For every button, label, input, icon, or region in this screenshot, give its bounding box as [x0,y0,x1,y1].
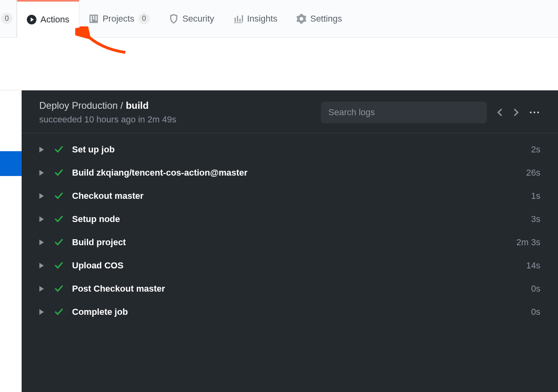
step-name: Set up job [72,144,531,155]
header-spacer [0,38,558,90]
step-row[interactable]: Build project 2m 3s [22,231,558,254]
check-icon [54,192,65,200]
step-duration: 2s [531,144,540,155]
project-icon [89,14,98,24]
step-name: Build project [72,237,516,248]
step-duration: 26s [526,168,540,178]
step-row[interactable]: Checkout master 1s [22,184,558,208]
play-icon [27,15,36,24]
title-job: build [126,100,149,111]
tab-label: Insights [247,14,277,24]
step-name: Complete job [72,307,531,317]
step-row[interactable]: Setup node 3s [22,208,558,231]
chevron-right-icon [39,170,47,176]
prev-match-button[interactable] [496,108,504,116]
sidebar-active-indicator [0,151,22,176]
shield-icon [169,14,179,24]
tab-settings[interactable]: Settings [287,0,352,38]
workflow-status-line: succeeded 10 hours ago in 2m 49s [39,114,176,125]
step-row[interactable]: Set up job 2s [22,138,558,161]
tab-insights[interactable]: Insights [224,0,287,38]
step-duration: 14s [526,260,540,271]
chevron-right-icon [39,286,47,292]
check-icon [54,261,65,270]
search-input[interactable] [321,102,487,123]
log-controls: ··· [321,102,540,123]
chevron-right-icon [39,263,47,268]
chevron-right-icon [39,216,47,222]
step-name: Checkout master [72,191,531,201]
badge-partial: 0 [1,13,12,24]
sidebar-strip [0,90,22,392]
tab-projects[interactable]: Projects 0 [79,0,159,38]
main-content: Deploy Production / build succeeded 10 h… [0,90,558,392]
step-duration: 2m 3s [516,237,540,248]
step-name: Post Checkout master [72,284,531,294]
check-icon [54,284,65,293]
log-title-block: Deploy Production / build succeeded 10 h… [39,100,176,125]
tab-label: Security [183,14,214,24]
step-row[interactable]: Complete job 0s [22,300,558,324]
tab-actions[interactable]: Actions [17,0,79,38]
check-icon [54,238,65,247]
tab-label: Projects [102,14,134,24]
log-menu-button[interactable]: ··· [529,106,540,119]
repo-tabs: 0 Actions Projects 0 Security Insights S… [0,0,558,38]
tab-security[interactable]: Security [159,0,224,38]
check-icon [54,308,65,316]
step-duration: 3s [531,214,540,224]
step-duration: 1s [531,191,540,201]
step-row[interactable]: Post Checkout master 0s [22,277,558,300]
next-match-button[interactable] [512,108,520,116]
tab-label: Actions [40,14,69,25]
workflow-title: Deploy Production / build [39,100,176,111]
log-header: Deploy Production / build succeeded 10 h… [22,90,558,133]
title-prefix: Deploy Production / [39,100,126,111]
chevron-right-icon [39,147,47,152]
tab-partial-left: 0 [0,0,17,38]
step-row[interactable]: Build zkqiang/tencent-cos-action@master … [22,161,558,184]
graph-icon [233,14,243,24]
step-row[interactable]: Upload COS 14s [22,254,558,277]
projects-count-badge: 0 [138,13,150,24]
log-panel: Deploy Production / build succeeded 10 h… [22,90,558,392]
chevron-right-icon [39,309,47,315]
gear-icon [297,14,306,24]
tab-label: Settings [310,14,342,24]
step-name: Build zkqiang/tencent-cos-action@master [72,168,526,178]
check-icon [54,145,65,154]
chevron-right-icon [39,193,47,199]
step-duration: 0s [531,307,540,317]
chevron-right-icon [39,240,47,245]
step-name: Setup node [72,214,531,224]
check-icon [54,168,65,177]
step-duration: 0s [531,284,540,294]
check-icon [54,215,65,224]
step-name: Upload COS [72,260,526,271]
steps-list: Set up job 2s Build zkqiang/tencent-cos-… [22,133,558,328]
